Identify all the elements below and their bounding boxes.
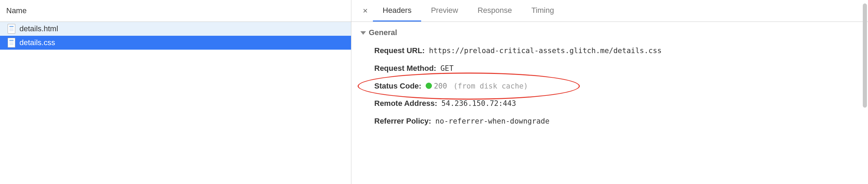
file-name-label: details.html — [19, 24, 58, 33]
row-request-method: Request Method: GET — [360, 60, 859, 77]
file-row-details-css[interactable]: details.css — [0, 36, 351, 50]
tab-label: Timing — [531, 6, 554, 15]
scrollbar-thumb[interactable] — [863, 3, 867, 108]
general-section-toggle[interactable]: General — [360, 28, 859, 37]
name-column-header-label: Name — [6, 6, 27, 15]
request-details-panel: × Headers Preview Response Timing Genera… — [351, 0, 868, 184]
value-request-url: https://preload-critical-assets.glitch.m… — [429, 46, 661, 56]
name-column-header[interactable]: Name — [0, 0, 351, 22]
label-remote-address: Remote Address: — [374, 98, 437, 109]
tab-response[interactable]: Response — [468, 0, 521, 22]
value-referrer-policy: no-referrer-when-downgrade — [435, 116, 550, 126]
value-remote-address: 54.236.150.72:443 — [441, 99, 516, 109]
row-referrer-policy: Referrer Policy: no-referrer-when-downgr… — [360, 112, 859, 130]
network-file-list-panel: Name details.html details.css — [0, 0, 351, 184]
value-request-method: GET — [440, 64, 453, 74]
tab-timing[interactable]: Timing — [521, 0, 564, 22]
file-name-label: details.css — [19, 38, 55, 47]
value-status-cache: (from disk cache) — [453, 82, 528, 90]
value-status-code: 200 — [434, 82, 447, 90]
general-section-title: General — [369, 28, 397, 37]
tab-label: Response — [477, 6, 512, 15]
tabs-bar: × Headers Preview Response Timing — [351, 0, 868, 22]
tab-label: Preview — [431, 6, 458, 15]
label-status-code: Status Code: — [374, 81, 422, 92]
row-remote-address: Remote Address: 54.236.150.72:443 — [360, 95, 859, 112]
row-status-code: Status Code: 200(from disk cache) — [360, 77, 859, 95]
close-icon[interactable]: × — [358, 0, 373, 22]
chevron-down-icon — [360, 31, 366, 35]
file-icon — [8, 38, 15, 48]
file-icon — [8, 24, 15, 34]
status-value-group: 200(from disk cache) — [426, 81, 528, 92]
label-referrer-policy: Referrer Policy: — [374, 116, 431, 127]
tab-preview[interactable]: Preview — [421, 0, 468, 22]
file-list: details.html details.css — [0, 22, 351, 50]
file-row-details-html[interactable]: details.html — [0, 22, 351, 36]
tab-headers[interactable]: Headers — [373, 0, 421, 22]
tab-label: Headers — [383, 6, 411, 15]
label-request-url: Request URL: — [374, 45, 425, 56]
close-icon-glyph: × — [363, 6, 368, 16]
status-dot-icon — [426, 83, 432, 89]
label-request-method: Request Method: — [374, 63, 436, 74]
row-request-url: Request URL: https://preload-critical-as… — [360, 42, 859, 60]
headers-content: General Request URL: https://preload-cri… — [351, 22, 868, 184]
